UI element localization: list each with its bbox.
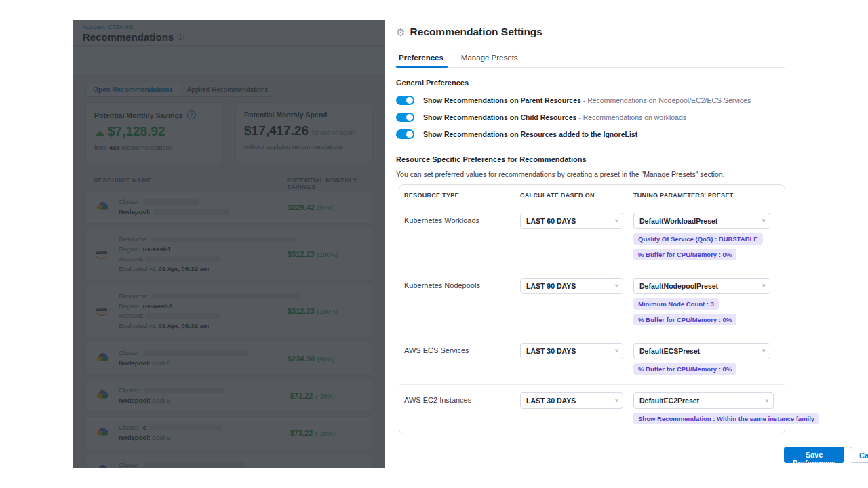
pref-table-header: RESOURCE TYPE CALCULATE BASED ON TUNING … [399, 185, 785, 205]
child-resources-toggle[interactable] [396, 113, 414, 122]
chevron-down-icon: ∨ [614, 279, 618, 293]
toggle-row-parent-resources: Show Recommendations on Parent Resources… [396, 96, 785, 105]
preset-param-badge: % Buffer for CPU/Memory : 0% [633, 249, 736, 260]
preset-param-badge: % Buffer for CPU/Memory : 0% [633, 314, 736, 325]
save-preferences-button[interactable]: Save Preferences [784, 447, 844, 463]
preset-param-badge: % Buffer for CPU/Memory : 0% [633, 363, 736, 375]
toggle-label: Show Recommendations on Child Resources … [423, 113, 686, 121]
calculate-based-on-select[interactable]: LAST 30 DAYS ∨ [520, 343, 623, 359]
calculate-based-on-select[interactable]: LAST 60 DAYS ∨ [520, 213, 623, 229]
tab-manage-presets[interactable]: Manage Presets [461, 54, 518, 62]
recommendation-settings-drawer: ⚙ Recommendation Settings Preferences Ma… [385, 0, 868, 488]
chevron-down-icon: ∨ [765, 393, 769, 408]
drawer-title: Recommendation Settings [410, 26, 542, 38]
chevron-down-icon: ∨ [614, 393, 618, 408]
screen: Account: CCM-NG Recommendations ⓘ Open R… [0, 0, 868, 488]
preset-select[interactable]: DefaultECSPreset ∨ [633, 343, 770, 359]
pref-row-aws-ecs-services: AWS ECS Services LAST 30 DAYS ∨ DefaultE… [399, 335, 785, 384]
resource-preferences-heading: Resource Specific Preferences for Recomm… [396, 155, 785, 163]
tab-preferences[interactable]: Preferences [399, 54, 443, 62]
settings-tabbar: Preferences Manage Presets [396, 47, 785, 68]
preset-param-badge: Quality Of Service (QoS) : BURSTABLE [633, 233, 763, 245]
cancel-button[interactable]: Cancel [850, 447, 868, 463]
col-calculate-based-on: CALCULATE BASED ON [520, 192, 633, 199]
col-tuning-preset: TUNING PARAMETERS' PRESET [633, 192, 785, 199]
resource-preferences-description: You can set preferred values for recomme… [396, 170, 785, 178]
calculate-based-on-select[interactable]: LAST 30 DAYS ∨ [520, 392, 623, 409]
pref-row-kubernetes-nodepools: Kubernetes Nodepools LAST 90 DAYS ∨ Defa… [399, 270, 785, 335]
parent-resources-toggle[interactable] [396, 96, 414, 105]
resource-preferences-table: RESOURCE TYPE CALCULATE BASED ON TUNING … [399, 184, 785, 434]
pref-row-aws-ec2-instances: AWS EC2 Instances LAST 30 DAYS ∨ Default… [399, 384, 785, 434]
preset-select[interactable]: DefaultEC2Preset ∨ [633, 392, 774, 409]
toggle-label: Show Recommendations on Resources added … [423, 130, 637, 138]
preset-param-badge: Minimum Node Count : 3 [633, 298, 719, 310]
preset-select[interactable]: DefaultWorkloadPreset ∨ [633, 213, 770, 229]
toggle-label: Show Recommendations on Parent Resources… [423, 96, 751, 104]
preset-param-badge: Show Recommendation : Within the same in… [633, 413, 819, 424]
general-preferences-heading: General Preferences [396, 79, 785, 87]
preset-select[interactable]: DefaultNodepoolPreset ∨ [633, 278, 770, 294]
toggle-row-child-resources: Show Recommendations on Child Resources … [396, 113, 785, 122]
ignorelist-toggle[interactable] [396, 129, 414, 139]
recommendations-page: Account: CCM-NG Recommendations ⓘ Open R… [73, 20, 385, 468]
calculate-based-on-select[interactable]: LAST 90 DAYS ∨ [520, 278, 623, 294]
chevron-down-icon: ∨ [762, 279, 766, 293]
chevron-down-icon: ∨ [762, 214, 766, 228]
toggle-row-ignorelist: Show Recommendations on Resources added … [396, 129, 785, 139]
chevron-down-icon: ∨ [762, 344, 766, 359]
col-resource-type: RESOURCE TYPE [404, 192, 520, 199]
chevron-down-icon: ∨ [614, 344, 618, 359]
chevron-down-icon: ∨ [614, 214, 618, 228]
modal-backdrop[interactable] [73, 20, 385, 468]
pref-row-kubernetes-workloads: Kubernetes Workloads LAST 60 DAYS ∨ Defa… [399, 205, 785, 270]
gear-icon: ⚙ [396, 27, 405, 37]
